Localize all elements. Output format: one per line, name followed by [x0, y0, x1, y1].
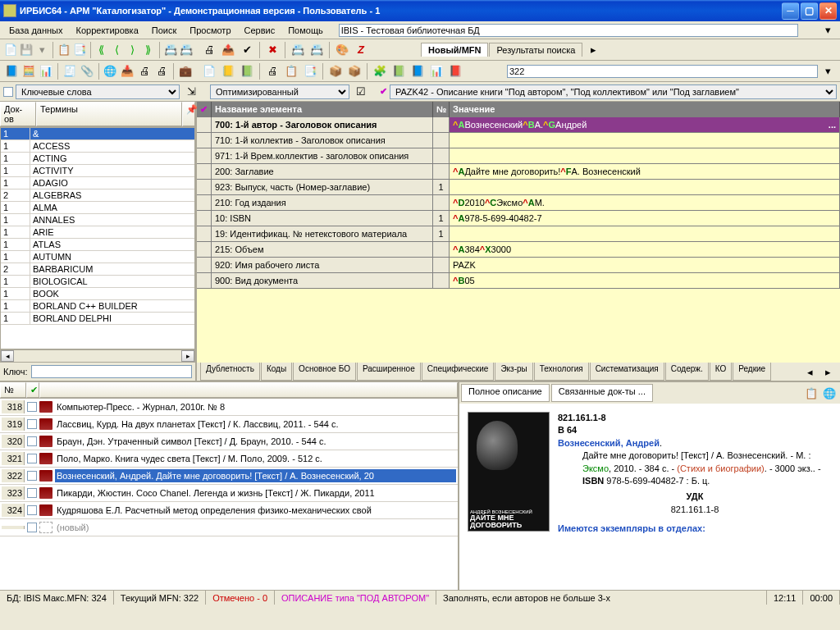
term-row[interactable]: 1BOOK — [1, 288, 194, 300]
term-row[interactable]: 1ATLAS — [1, 239, 194, 251]
tab-scroll-icon[interactable]: ▸ — [584, 41, 602, 59]
r2-k-icon[interactable]: 📘 — [409, 62, 427, 80]
last-icon[interactable]: ⟫ — [141, 41, 156, 59]
tool-d-icon[interactable]: 🧮 — [21, 62, 37, 80]
field-row[interactable]: 700: 1-й автор - Заголовок описания^AВоз… — [197, 117, 840, 133]
scroll-right-icon[interactable]: ▸ — [181, 350, 194, 362]
record-row[interactable]: 320Браун, Дэн. Утраченный символ [Текст]… — [0, 433, 458, 450]
tool-j2-icon[interactable]: 🖨 — [153, 62, 170, 80]
sheet-tab[interactable]: Технология — [534, 363, 589, 381]
check-icon[interactable]: ✔ — [238, 41, 256, 59]
tool-c-icon[interactable]: 📘 — [3, 62, 20, 80]
field-row[interactable]: 210: Год издания^D2010^CЭксмо^AМ. — [197, 195, 840, 211]
tool-k-icon[interactable]: 💼 — [177, 62, 194, 80]
records-list[interactable]: 318Компьютер-Пресс. - Журнал, 2010г. № 8… — [0, 399, 458, 590]
r2-a-icon[interactable]: 📄 — [200, 62, 218, 80]
sheet-tab[interactable]: Основное БО — [293, 363, 356, 381]
hdr-docs[interactable]: Док-ов — [0, 102, 36, 126]
db-selector[interactable] — [339, 24, 798, 37]
term-row[interactable]: 1ALMA — [1, 202, 194, 214]
print-icon[interactable]: 🖨 — [200, 41, 218, 59]
rec-hdr-no[interactable]: № — [0, 382, 26, 398]
save-dd-icon[interactable]: ▾ — [34, 41, 49, 59]
sheet-tab[interactable]: Специфические — [422, 363, 495, 381]
r2-f-icon[interactable]: 📑 — [301, 62, 319, 80]
tab-results[interactable]: Результаты поиска — [489, 43, 582, 57]
save-icon[interactable]: 💾 — [19, 41, 34, 59]
sheet-tab[interactable]: Редкие — [733, 363, 771, 381]
field-row[interactable]: 215: Объем^A384^X3000 — [197, 242, 840, 258]
menu-edit[interactable]: Корректировка — [71, 24, 144, 37]
r2-e-icon[interactable]: 📋 — [282, 62, 300, 80]
card-icon[interactable]: 📇 — [289, 41, 307, 59]
r2-b-icon[interactable]: 📒 — [219, 62, 237, 80]
close-button[interactable]: ✕ — [819, 2, 837, 20]
sheet-tab[interactable]: Систематизация — [590, 363, 664, 381]
sheet-tab[interactable]: Содерж. — [665, 363, 709, 381]
tabs-right-icon[interactable]: ▸ — [819, 363, 837, 381]
select-scheme[interactable]: PAZK42 - Описание книги "Под автором", "… — [390, 84, 837, 99]
field-row[interactable]: 200: Заглавие^AДайте мне договорить!^FА.… — [197, 164, 840, 180]
desc-copy-icon[interactable]: 📋 — [802, 384, 820, 402]
term-row[interactable]: 1ACCESS — [1, 140, 194, 153]
term-row[interactable]: 1& — [1, 128, 194, 140]
menu-view[interactable]: Просмотр — [184, 24, 236, 37]
tool-f-icon[interactable]: 🧾 — [62, 62, 78, 80]
menu-search[interactable]: Поиск — [146, 24, 182, 37]
db-dropdown-icon[interactable]: ▾ — [819, 21, 837, 39]
copy2-icon[interactable]: 📑 — [72, 41, 87, 59]
record-row[interactable]: 324Кудряшова Е.Л. Расчетный метод опреде… — [0, 502, 458, 519]
tab-new-mfn[interactable]: Новый/MFN — [421, 43, 488, 57]
maximize-button[interactable]: ▢ — [801, 2, 818, 20]
sheet-tab[interactable]: Дублетность — [200, 363, 260, 381]
tool-a-icon[interactable]: 📇 — [163, 41, 178, 59]
sheet-tab[interactable]: Экз-ры — [495, 363, 532, 381]
menu-help[interactable]: Помощь — [282, 24, 329, 37]
tool-j-icon[interactable]: 🖨 — [136, 62, 153, 80]
tool-e-icon[interactable]: 📊 — [38, 62, 54, 80]
chk-icon[interactable]: ☑ — [352, 83, 370, 101]
r2-d-icon[interactable]: 🖨 — [263, 62, 281, 80]
field-row[interactable]: 710: 1-й коллектив - Заголовок описания — [197, 133, 840, 148]
mfn-dd-icon[interactable]: ▾ — [819, 62, 837, 80]
field-row[interactable]: 923: Выпуск, часть (Номер-заглавие)1 — [197, 180, 840, 195]
field-row[interactable]: 971: 1-й Врем.коллектив - заголовок опис… — [197, 148, 840, 164]
hdr-terms[interactable]: Термины — [36, 102, 182, 126]
field-row[interactable]: 920: Имя рабочего листаPAZK — [197, 258, 840, 273]
record-row[interactable]: (новый) — [0, 519, 458, 536]
select-keywords[interactable]: Ключевые слова — [16, 84, 180, 99]
desc-tab-full[interactable]: Полное описание — [461, 384, 550, 402]
desc-tab-linked[interactable]: Связанные док-ты ... — [551, 384, 653, 402]
fx-icon[interactable]: 🎨 — [333, 41, 351, 59]
sheet-tab[interactable]: Расширенное — [357, 363, 421, 381]
checkbox-left[interactable] — [3, 87, 13, 97]
key-input[interactable] — [31, 365, 192, 378]
terms-list[interactable]: 1&1ACCESS1ACTING1ACTIVITY1ADAGIO2ALGEBRA… — [0, 127, 195, 349]
term-row[interactable]: 1AUTUMN — [1, 251, 194, 263]
terms-scrollbar[interactable]: ◂ ▸ — [0, 349, 195, 363]
tabs-left-icon[interactable]: ◂ — [801, 363, 819, 381]
rec-hdr-check-icon[interactable]: ✔ — [26, 382, 39, 398]
term-row[interactable]: 1BORLAND C++ BUILDER — [1, 300, 194, 313]
term-row[interactable]: 2BARBARICUM — [1, 263, 194, 276]
r2-c-icon[interactable]: 📗 — [238, 62, 256, 80]
copy-icon[interactable]: 📋 — [57, 41, 71, 59]
record-row[interactable]: 319Лассвиц, Курд. На двух планетах [Текс… — [0, 416, 458, 433]
export-icon[interactable]: 📤 — [219, 41, 237, 59]
first-icon[interactable]: ⟪ — [94, 41, 109, 59]
sheet-tab[interactable]: Коды — [261, 363, 292, 381]
field-row[interactable]: 19: Идентификац. № нетекстового материал… — [197, 226, 840, 242]
menu-service[interactable]: Сервис — [239, 24, 281, 37]
term-row[interactable]: 1ACTING — [1, 153, 194, 165]
field-row[interactable]: 10: ISBN1^A978-5-699-40482-7 — [197, 211, 840, 226]
z-icon[interactable]: Z — [352, 41, 370, 59]
r2-j-icon[interactable]: 📗 — [390, 62, 408, 80]
record-row[interactable]: 322Вознесенский, Андрей. Дайте мне догов… — [0, 468, 458, 485]
r2-xls-icon[interactable]: 📊 — [427, 62, 445, 80]
field-row[interactable]: 900: Вид документа^B05 — [197, 273, 840, 289]
r2-i-icon[interactable]: 🧩 — [371, 62, 389, 80]
delete-icon[interactable]: ✖ — [263, 41, 281, 59]
term-row[interactable]: 1ACTIVITY — [1, 165, 194, 177]
term-row[interactable]: 1ADAGIO — [1, 177, 194, 189]
term-row[interactable]: 2ALGEBRAS — [1, 189, 194, 202]
